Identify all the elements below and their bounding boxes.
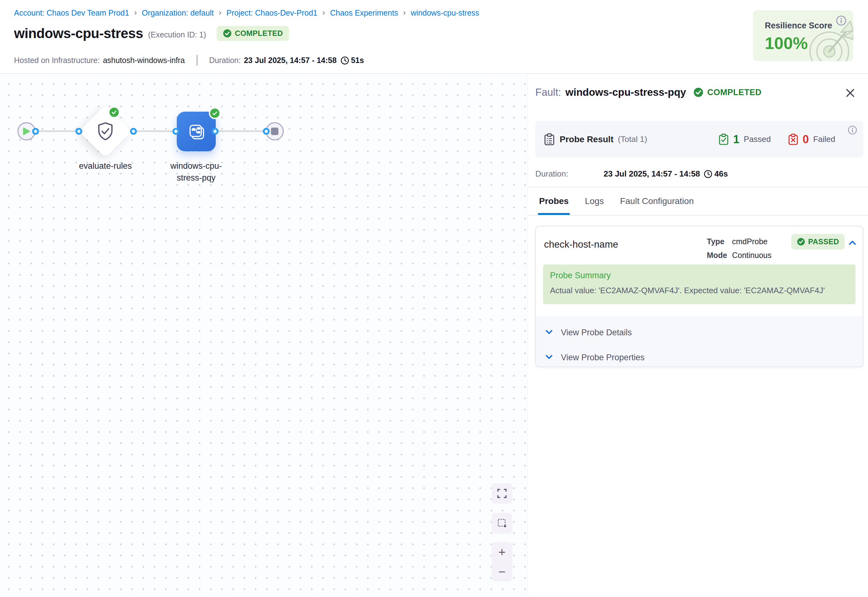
breadcrumb-project[interactable]: Project: Chaos-Dev-Prod1 [227,9,317,18]
clock-icon [341,56,349,67]
probe-card: check-host-name Type cmdProbe Mode Conti… [535,226,863,367]
tab-logs[interactable]: Logs [585,187,604,215]
probe-type-value: cmdProbe [732,237,767,246]
duration-elapsed: 51s [351,56,364,65]
fault-status-badge: COMPLETED [693,87,761,97]
node-success-icon [209,107,221,119]
check-circle-icon [223,29,232,38]
fault-details-panel: Fault: windows-cpu-stress-pqy COMPLETED … [527,74,868,597]
view-probe-properties-label: View Probe Properties [561,353,644,362]
failed-label: Failed [813,134,835,144]
port [130,128,137,135]
check-circle-icon [797,238,805,246]
tab-probes[interactable]: Probes [539,187,569,215]
chevron-down-icon [544,352,554,363]
status-badge-label: COMPLETED [235,29,283,38]
fullscreen-button[interactable] [492,483,512,504]
marquee-select-icon [497,518,507,529]
chaos-experiment-run-page: Account: Chaos Dev Team Prod1 › Organiza… [0,0,868,597]
zoom-in-button[interactable]: + [498,546,505,558]
selection-mode-button[interactable] [492,513,512,533]
hosted-value: ashutosh-windows-infra [103,56,185,65]
probe-result-title: Probe Result [560,134,613,144]
close-icon[interactable] [844,87,856,100]
fault-status-label: COMPLETED [707,88,761,97]
passed-label: Passed [744,134,771,144]
info-icon[interactable] [848,125,857,136]
passed-count: 1 [733,133,739,146]
breadcrumb-chaos-experiments[interactable]: Chaos Experiments [330,9,398,18]
clipboard-icon [544,133,555,146]
duration-value: 23 Jul 2025, 14:57 - 14:58 [604,169,700,179]
check-circle-icon [693,87,704,97]
clock-icon [704,170,712,181]
port [76,128,82,135]
edge [215,131,266,132]
chaos-fault-icon [187,122,206,141]
probe-result-row: Probe Result (Total 1) 1 Passed [544,121,835,157]
edge [133,131,176,132]
resilience-score-value: 100% [765,33,808,53]
passed-clipboard-icon [718,134,729,146]
probe-summary-text: Actual value: 'EC2AMAZ-QMVAF4J'. Expecte… [550,286,825,296]
probe-summary-box: Probe Summary Actual value: 'EC2AMAZ-QMV… [543,264,856,304]
breadcrumb-account[interactable]: Account: Chaos Dev Team Prod1 [14,9,129,18]
fault-name: windows-cpu-stress-pqy [566,86,686,98]
node-label-fault: windows-cpu- stress-pqy [162,160,230,184]
duration-label: Duration: [535,169,604,179]
breadcrumb-separator-icon: › [134,8,137,18]
port [212,128,219,135]
duration-label: Duration: [209,56,241,65]
probe-mode-value: Continuous [732,251,771,260]
node-label-fault-line1: windows-cpu- [162,160,230,172]
panel-tabs: Probes Logs Fault Configuration [539,187,694,215]
breadcrumb-organization[interactable]: Organization: default [142,9,214,18]
port [32,128,39,135]
failed-count: 0 [803,133,809,146]
view-probe-details-label: View Probe Details [561,328,632,337]
view-probe-properties[interactable]: View Probe Properties [536,348,863,367]
probe-card-footer: View Probe Details View Probe Properties [536,316,863,367]
node-windows-cpu-stress-pqy[interactable] [177,112,216,151]
failed-clipboard-icon [788,134,798,146]
shield-check-icon [94,120,117,143]
node-success-icon [108,106,120,118]
probe-summary-title: Probe Summary [550,271,611,281]
divider [197,55,197,65]
passed-count-group: 1 Passed [718,133,771,146]
pipeline-canvas[interactable]: evaluate-rules windows-cpu- stress-pqy +… [0,74,527,597]
view-probe-details[interactable]: View Probe Details [536,323,863,342]
breadcrumb-separator-icon: › [403,8,406,18]
chevron-down-icon [544,327,554,338]
probe-type-label: Type [707,237,732,246]
resilience-score-card: Resilience Score 100% [753,10,853,61]
probe-mode-row: Mode Continuous [707,251,771,260]
divider [528,215,868,215]
node-label-fault-line2: stress-pqy [162,172,230,184]
port [263,128,270,135]
hosted-label: Hosted on Infrastructure: [14,56,100,65]
zoom-out-button[interactable]: − [498,566,505,578]
execution-id: (Execution ID: 1) [148,30,206,39]
tab-fault-configuration[interactable]: Fault Configuration [620,187,694,215]
duration-value: 23 Jul 2025, 14:57 - 14:58 [244,56,336,65]
probe-status-label: PASSED [808,238,839,246]
edge [36,131,79,132]
probe-status-badge: PASSED [791,234,844,249]
probe-type-row: Type cmdProbe [707,237,767,246]
breadcrumb-separator-icon: › [219,8,222,18]
probe-mode-label: Mode [707,251,732,260]
fault-header: Fault: windows-cpu-stress-pqy COMPLETED [535,86,761,98]
fault-label: Fault: [535,86,561,98]
failed-count-group: 0 Failed [788,133,835,146]
duration-elapsed: 46s [714,169,728,179]
status-badge: COMPLETED [217,26,289,41]
fault-duration-row: Duration: 23 Jul 2025, 14:57 - 14:58 46s [535,168,728,180]
breadcrumb-current[interactable]: windows-cpu-stress [411,9,480,18]
fullscreen-icon [497,488,507,499]
target-illustration [806,19,853,61]
stop-icon [271,127,279,135]
chevron-up-icon[interactable] [847,238,858,249]
play-icon [22,127,31,136]
title-row: windows-cpu-stress (Execution ID: 1) COM… [14,25,289,41]
